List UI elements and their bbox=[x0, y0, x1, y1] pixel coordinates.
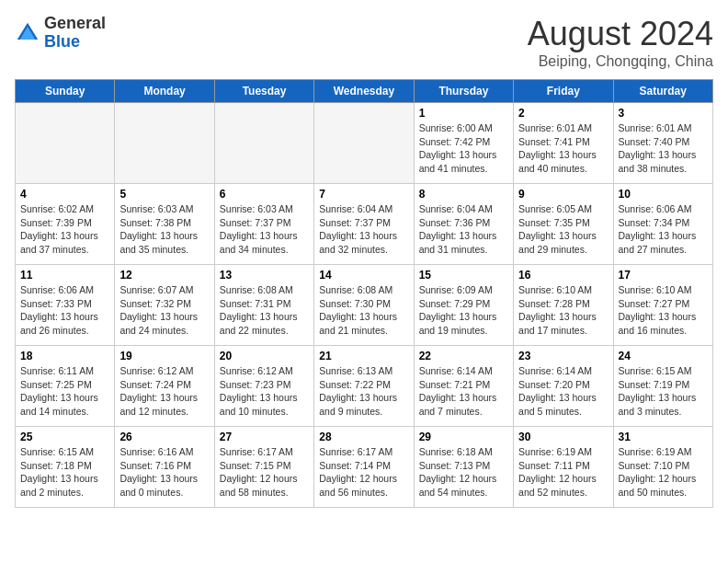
day-number: 9 bbox=[518, 188, 608, 201]
calendar-cell: 2Sunrise: 6:01 AMSunset: 7:41 PMDaylight… bbox=[514, 103, 613, 184]
calendar-cell: 13Sunrise: 6:08 AMSunset: 7:31 PMDayligh… bbox=[214, 265, 313, 346]
calendar-cell: 14Sunrise: 6:08 AMSunset: 7:30 PMDayligh… bbox=[314, 265, 414, 346]
calendar-cell: 9Sunrise: 6:05 AMSunset: 7:35 PMDaylight… bbox=[514, 184, 613, 265]
calendar-cell: 4Sunrise: 6:02 AMSunset: 7:39 PMDaylight… bbox=[16, 184, 115, 265]
day-number: 25 bbox=[20, 431, 109, 443]
day-info: Sunrise: 6:17 AMSunset: 7:15 PMDaylight:… bbox=[220, 445, 309, 500]
day-info: Sunrise: 6:08 AMSunset: 7:30 PMDaylight:… bbox=[319, 283, 408, 338]
day-number: 26 bbox=[119, 431, 209, 443]
calendar-cell: 29Sunrise: 6:18 AMSunset: 7:13 PMDayligh… bbox=[414, 427, 513, 508]
day-number: 28 bbox=[319, 431, 408, 443]
day-number: 14 bbox=[319, 269, 408, 282]
calendar-week-row: 25Sunrise: 6:15 AMSunset: 7:18 PMDayligh… bbox=[16, 427, 713, 508]
calendar-cell: 6Sunrise: 6:03 AMSunset: 7:37 PMDaylight… bbox=[214, 184, 313, 265]
day-number: 30 bbox=[518, 431, 608, 443]
day-number: 20 bbox=[220, 350, 309, 362]
day-info: Sunrise: 6:14 AMSunset: 7:20 PMDaylight:… bbox=[518, 364, 608, 419]
day-info: Sunrise: 6:10 AMSunset: 7:27 PMDaylight:… bbox=[619, 283, 708, 338]
calendar-table: SundayMondayTuesdayWednesdayThursdayFrid… bbox=[15, 79, 713, 508]
day-number: 3 bbox=[619, 107, 708, 120]
calendar-week-row: 18Sunrise: 6:11 AMSunset: 7:25 PMDayligh… bbox=[16, 346, 713, 427]
day-number: 22 bbox=[419, 350, 508, 362]
day-info: Sunrise: 6:06 AMSunset: 7:34 PMDaylight:… bbox=[619, 202, 708, 257]
day-info: Sunrise: 6:00 AMSunset: 7:42 PMDaylight:… bbox=[419, 121, 508, 176]
day-number: 19 bbox=[119, 350, 209, 362]
day-info: Sunrise: 6:17 AMSunset: 7:14 PMDaylight:… bbox=[319, 445, 408, 500]
day-of-week-header: Thursday bbox=[414, 80, 513, 103]
day-number: 8 bbox=[419, 188, 508, 201]
calendar-cell: 27Sunrise: 6:17 AMSunset: 7:15 PMDayligh… bbox=[214, 427, 313, 508]
calendar-cell bbox=[16, 103, 115, 184]
day-number: 4 bbox=[20, 188, 109, 201]
calendar-cell: 3Sunrise: 6:01 AMSunset: 7:40 PMDaylight… bbox=[613, 103, 712, 184]
calendar-cell: 22Sunrise: 6:14 AMSunset: 7:21 PMDayligh… bbox=[414, 346, 513, 427]
day-number: 12 bbox=[119, 269, 209, 282]
day-info: Sunrise: 6:08 AMSunset: 7:31 PMDaylight:… bbox=[220, 283, 309, 338]
day-number: 24 bbox=[619, 350, 708, 362]
day-number: 16 bbox=[518, 269, 608, 282]
day-number: 5 bbox=[119, 188, 209, 201]
day-number: 31 bbox=[619, 431, 708, 443]
day-info: Sunrise: 6:03 AMSunset: 7:37 PMDaylight:… bbox=[220, 202, 309, 257]
calendar-cell: 8Sunrise: 6:04 AMSunset: 7:36 PMDaylight… bbox=[414, 184, 513, 265]
calendar-cell: 21Sunrise: 6:13 AMSunset: 7:22 PMDayligh… bbox=[314, 346, 414, 427]
day-info: Sunrise: 6:13 AMSunset: 7:22 PMDaylight:… bbox=[319, 364, 408, 419]
calendar-cell: 20Sunrise: 6:12 AMSunset: 7:23 PMDayligh… bbox=[214, 346, 313, 427]
title-block: August 2024 Beiping, Chongqing, China bbox=[528, 15, 713, 70]
day-number: 6 bbox=[220, 188, 309, 201]
day-of-week-header: Wednesday bbox=[314, 80, 414, 103]
day-info: Sunrise: 6:11 AMSunset: 7:25 PMDaylight:… bbox=[20, 364, 109, 419]
day-number: 1 bbox=[419, 107, 508, 120]
page-subtitle: Beiping, Chongqing, China bbox=[528, 53, 713, 70]
calendar-cell: 1Sunrise: 6:00 AMSunset: 7:42 PMDaylight… bbox=[414, 103, 513, 184]
day-info: Sunrise: 6:02 AMSunset: 7:39 PMDaylight:… bbox=[20, 202, 109, 257]
calendar-week-row: 11Sunrise: 6:06 AMSunset: 7:33 PMDayligh… bbox=[16, 265, 713, 346]
day-of-week-header: Sunday bbox=[16, 80, 115, 103]
calendar-cell: 30Sunrise: 6:19 AMSunset: 7:11 PMDayligh… bbox=[514, 427, 613, 508]
page-header: General Blue August 2024 Beiping, Chongq… bbox=[15, 15, 713, 70]
day-info: Sunrise: 6:12 AMSunset: 7:23 PMDaylight:… bbox=[220, 364, 309, 419]
day-info: Sunrise: 6:01 AMSunset: 7:41 PMDaylight:… bbox=[518, 121, 608, 176]
day-info: Sunrise: 6:04 AMSunset: 7:36 PMDaylight:… bbox=[419, 202, 508, 257]
day-info: Sunrise: 6:04 AMSunset: 7:37 PMDaylight:… bbox=[319, 202, 408, 257]
day-number: 10 bbox=[619, 188, 708, 201]
day-info: Sunrise: 6:16 AMSunset: 7:16 PMDaylight:… bbox=[119, 445, 209, 500]
calendar-cell: 16Sunrise: 6:10 AMSunset: 7:28 PMDayligh… bbox=[514, 265, 613, 346]
logo-general-text: General bbox=[44, 15, 106, 33]
day-info: Sunrise: 6:03 AMSunset: 7:38 PMDaylight:… bbox=[119, 202, 209, 257]
day-of-week-header: Monday bbox=[115, 80, 214, 103]
page-title: August 2024 bbox=[528, 15, 713, 53]
calendar-cell bbox=[115, 103, 214, 184]
day-info: Sunrise: 6:01 AMSunset: 7:40 PMDaylight:… bbox=[619, 121, 708, 176]
day-info: Sunrise: 6:19 AMSunset: 7:10 PMDaylight:… bbox=[619, 445, 708, 500]
day-number: 15 bbox=[419, 269, 508, 282]
day-info: Sunrise: 6:06 AMSunset: 7:33 PMDaylight:… bbox=[20, 283, 109, 338]
day-number: 29 bbox=[419, 431, 508, 443]
calendar-cell: 19Sunrise: 6:12 AMSunset: 7:24 PMDayligh… bbox=[115, 346, 214, 427]
calendar-cell bbox=[314, 103, 414, 184]
logo-icon bbox=[15, 20, 40, 46]
calendar-cell: 24Sunrise: 6:15 AMSunset: 7:19 PMDayligh… bbox=[613, 346, 712, 427]
day-of-week-header: Tuesday bbox=[214, 80, 313, 103]
day-number: 23 bbox=[518, 350, 608, 362]
day-number: 18 bbox=[20, 350, 109, 362]
calendar-cell: 28Sunrise: 6:17 AMSunset: 7:14 PMDayligh… bbox=[314, 427, 414, 508]
logo-blue-text: Blue bbox=[44, 33, 106, 52]
calendar-cell: 5Sunrise: 6:03 AMSunset: 7:38 PMDaylight… bbox=[115, 184, 214, 265]
calendar-cell: 11Sunrise: 6:06 AMSunset: 7:33 PMDayligh… bbox=[16, 265, 115, 346]
calendar-cell: 23Sunrise: 6:14 AMSunset: 7:20 PMDayligh… bbox=[514, 346, 613, 427]
day-info: Sunrise: 6:14 AMSunset: 7:21 PMDaylight:… bbox=[419, 364, 508, 419]
day-info: Sunrise: 6:15 AMSunset: 7:18 PMDaylight:… bbox=[20, 445, 109, 500]
day-of-week-header: Friday bbox=[514, 80, 613, 103]
calendar-cell: 18Sunrise: 6:11 AMSunset: 7:25 PMDayligh… bbox=[16, 346, 115, 427]
calendar-cell: 25Sunrise: 6:15 AMSunset: 7:18 PMDayligh… bbox=[16, 427, 115, 508]
day-of-week-header: Saturday bbox=[613, 80, 712, 103]
calendar-cell: 7Sunrise: 6:04 AMSunset: 7:37 PMDaylight… bbox=[314, 184, 414, 265]
calendar-week-row: 4Sunrise: 6:02 AMSunset: 7:39 PMDaylight… bbox=[16, 184, 713, 265]
calendar-week-row: 1Sunrise: 6:00 AMSunset: 7:42 PMDaylight… bbox=[16, 103, 713, 184]
day-info: Sunrise: 6:19 AMSunset: 7:11 PMDaylight:… bbox=[518, 445, 608, 500]
day-info: Sunrise: 6:15 AMSunset: 7:19 PMDaylight:… bbox=[619, 364, 708, 419]
day-number: 21 bbox=[319, 350, 408, 362]
day-number: 2 bbox=[518, 107, 608, 120]
calendar-cell: 12Sunrise: 6:07 AMSunset: 7:32 PMDayligh… bbox=[115, 265, 214, 346]
